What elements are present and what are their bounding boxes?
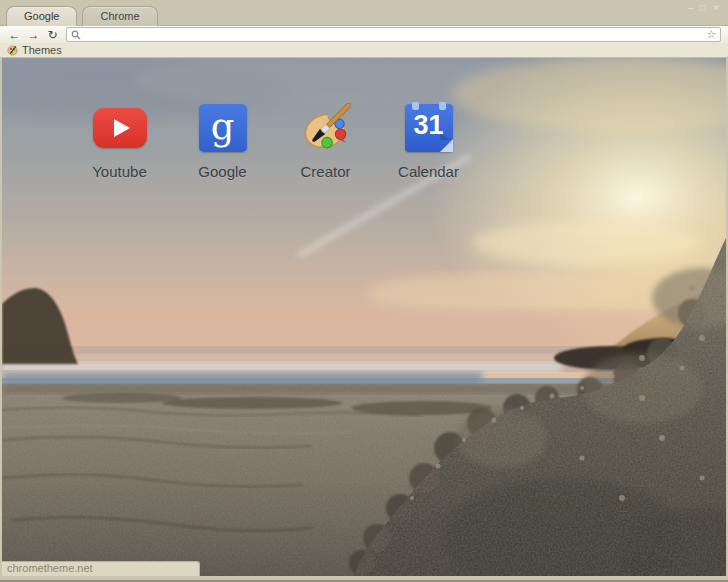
artist-palette-icon	[301, 103, 351, 153]
shortcut-google[interactable]: g Google	[171, 103, 274, 180]
bookmark-star-icon[interactable]: ☆	[706, 29, 716, 40]
calendar-fold	[440, 139, 453, 152]
tab-strip: Google Chrome	[6, 6, 158, 26]
shortcut-youtube[interactable]: Youtube	[68, 103, 171, 180]
search-icon	[71, 30, 81, 40]
tab-label: Chrome	[100, 10, 139, 22]
calendar-binding-tab	[439, 102, 446, 110]
tab-chrome[interactable]: Chrome	[82, 6, 157, 26]
forward-button[interactable]: →	[24, 28, 43, 42]
new-tab-page: Youtube g Google	[2, 58, 726, 576]
app-shortcuts: Youtube g Google	[68, 103, 480, 180]
bookmark-themes[interactable]: Themes	[7, 44, 62, 56]
navigation-toolbar: ← → ↻ ☆	[0, 25, 728, 43]
address-bar[interactable]: ☆	[66, 27, 721, 42]
bookmark-label: Themes	[22, 44, 62, 56]
minimize-button[interactable]: –	[688, 4, 693, 13]
google-icon: g	[199, 104, 247, 152]
shortcut-label: Youtube	[92, 163, 147, 180]
google-g-monogram: g	[211, 105, 235, 148]
tab-google[interactable]: Google	[6, 6, 77, 26]
back-button[interactable]: ←	[5, 28, 24, 42]
address-input[interactable]	[85, 29, 706, 40]
shortcut-calendar[interactable]: 31 Calendar	[377, 103, 480, 180]
window-controls: – □ ✕	[688, 4, 720, 13]
maximize-button[interactable]: □	[700, 4, 705, 13]
calendar-binding-tab	[412, 102, 419, 110]
shortcut-creator[interactable]: Creator	[274, 103, 377, 180]
shortcut-label: Google	[198, 163, 246, 180]
tab-label: Google	[24, 10, 59, 22]
play-triangle-icon	[114, 119, 130, 137]
browser-window: – □ ✕ Google Chrome ← → ↻ ☆	[0, 0, 728, 582]
shortcut-label: Creator	[300, 163, 350, 180]
reload-button[interactable]: ↻	[43, 28, 62, 42]
calendar-icon: 31	[405, 104, 453, 152]
status-bubble: chrometheme.net	[2, 561, 200, 576]
youtube-icon	[93, 108, 147, 148]
palette-favicon-icon	[7, 45, 18, 56]
close-button[interactable]: ✕	[712, 4, 720, 13]
bookmarks-bar: Themes	[0, 43, 728, 58]
shortcut-label: Calendar	[398, 163, 459, 180]
status-url: chrometheme.net	[7, 562, 93, 574]
